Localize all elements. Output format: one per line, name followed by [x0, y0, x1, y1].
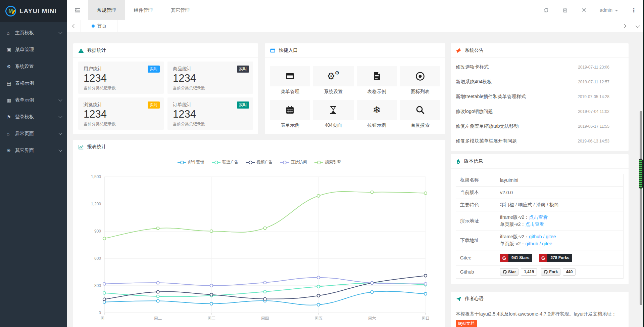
- gitee-stars-badge[interactable]: G 941 Stars: [500, 254, 532, 262]
- sidebar-item-3[interactable]: ▤ 表格示例: [0, 75, 67, 92]
- status-badge: 实时: [237, 101, 249, 109]
- svg-text:900: 900: [94, 229, 101, 234]
- scrollbar-thumb[interactable]: [639, 159, 643, 189]
- tab-scroll-right-icon[interactable]: [618, 20, 631, 32]
- announcement-row-4[interactable]: 修复左侧菜单缩放tab无法移动 2019-06-17 11:55: [456, 119, 624, 134]
- stat-box-goods[interactable]: 商品统计 1234 当前分类总记录数 实时: [167, 62, 253, 94]
- more-vertical-icon[interactable]: ⋮: [631, 7, 637, 14]
- announcement-row-3[interactable]: 修改logo缩放问题 2019-07-04 11:02: [456, 104, 624, 119]
- window-icon: [270, 48, 276, 53]
- version-row-value: 零门槛 / 响应式 / 清爽 / 极简: [495, 199, 623, 211]
- header-tab-2[interactable]: 其它管理: [162, 0, 199, 20]
- version-row-label: 当前版本: [456, 187, 495, 199]
- sidebar-toggle-icon[interactable]: [67, 0, 88, 20]
- fullscreen-icon[interactable]: [581, 7, 587, 13]
- author-card-title: 作者心语: [465, 296, 484, 302]
- stats-card-header: 数据统计: [73, 43, 258, 58]
- announcement-row-0[interactable]: 修改选项卡样式 2019-07-11 23:06: [456, 60, 624, 75]
- user-menu[interactable]: admin: [600, 7, 618, 13]
- sidebar-item-5[interactable]: ⚑ 登录模板: [0, 109, 67, 125]
- gitee-forks-badge[interactable]: G 278 Forks: [539, 254, 572, 262]
- shortcut-menu[interactable]: 菜单管理: [270, 66, 310, 95]
- download-github-link[interactable]: github: [525, 241, 538, 246]
- version-row-label: 演示地址: [456, 211, 495, 231]
- scrollbar-track[interactable]: [640, 111, 642, 305]
- shortcut-baidu[interactable]: 百度搜索: [400, 100, 440, 129]
- shortcut-icons[interactable]: 图标列表: [400, 66, 440, 95]
- paper-plane-icon: [456, 296, 461, 302]
- shortcut-form[interactable]: 表单示例: [270, 100, 310, 129]
- header-tab-0[interactable]: 常规管理: [88, 0, 125, 20]
- refresh-icon[interactable]: [543, 7, 549, 13]
- announcement-row-1[interactable]: 新增系统404模板 2019-07-11 12:57: [456, 75, 624, 89]
- stat-box-views[interactable]: 浏览统计 1234 当前分类总记录数 实时: [78, 97, 164, 130]
- shortcut-settings[interactable]: ⚙⚙ 系统设置: [313, 66, 353, 95]
- search-icon: [400, 100, 440, 120]
- main-content: 数据统计 用户统计 1234 当前分类总记录数 实时 商品统计 1234 当前分…: [67, 32, 644, 327]
- sidebar-item-4[interactable]: ▦ 表单示例: [0, 92, 67, 109]
- report-card: 报表统计 邮件营销 联盟广告 视频广告 直接访问: [73, 140, 445, 327]
- version-table: 框架名称 layuimini 当前版本 v2.0.0 主要特色 零门槛 / 响应…: [456, 174, 624, 279]
- svg-text:周四: 周四: [261, 316, 269, 321]
- gears-icon: ⚙⚙: [313, 66, 353, 86]
- version-row-label: Github: [456, 265, 495, 278]
- file-icon: ▤: [7, 81, 15, 86]
- report-chart: 03006009001,2001,500周一周二周三周四周五周六周日: [73, 154, 445, 327]
- sidebar-menu: ⌂ 主页模板▣ 菜单管理⚙ 系统设置▤ 表格示例▦ 表单示例⚑ 登录模板⌂ 异常…: [0, 22, 67, 159]
- tab-scroll-left-icon[interactable]: [67, 20, 81, 32]
- svg-text:1,200: 1,200: [91, 202, 101, 206]
- version-row-value: Star 1,419 Fork 440: [495, 265, 623, 278]
- version-card-title: 版本信息: [464, 158, 483, 164]
- bullhorn-icon: [456, 48, 461, 53]
- announcement-row-2[interactable]: 新增treetable插件和菜单管理样式 2019-07-05 14:28: [456, 89, 624, 104]
- hourglass-icon: [313, 100, 353, 120]
- stats-grid: 用户统计 1234 当前分类总记录数 实时 商品统计 1234 当前分类总记录数…: [73, 58, 258, 133]
- github-star-count[interactable]: 1,419: [521, 268, 537, 276]
- github-fork-button[interactable]: Fork: [541, 268, 560, 276]
- stat-box-users[interactable]: 用户统计 1234 当前分类总记录数 实时: [78, 62, 164, 94]
- demo-link-spa[interactable]: 点击查看: [525, 221, 544, 227]
- sidebar-item-6[interactable]: ⌂ 异常页面: [0, 125, 67, 142]
- shortcuts-grid: 菜单管理 ⚙⚙ 系统设置: [265, 58, 445, 129]
- trash-icon[interactable]: [562, 7, 568, 13]
- svg-text:周六: 周六: [368, 316, 376, 321]
- version-row-value: iframe版-v2：github / gitee 单页版-v2：github …: [495, 231, 623, 250]
- shortcut-button[interactable]: ❄ 按钮示例: [357, 100, 397, 129]
- demo-link-iframe[interactable]: 点击查看: [529, 214, 548, 220]
- sidebar-item-7[interactable]: ✳ 其它界面: [0, 142, 67, 159]
- download-gitee-link[interactable]: gitee: [542, 241, 552, 246]
- version-row-value: v2.0.0: [495, 187, 623, 199]
- shortcuts-card: 快捷入口 菜单管理 ⚙⚙ 系统设置: [265, 43, 445, 134]
- line-chart-icon: [78, 144, 84, 150]
- github-fork-count[interactable]: 440: [563, 268, 576, 276]
- svg-text:1,500: 1,500: [91, 174, 101, 179]
- chevron-down-icon: [58, 30, 62, 34]
- sidebar-item-1[interactable]: ▣ 菜单管理: [0, 41, 67, 58]
- download-github-link[interactable]: github: [529, 234, 542, 239]
- tab-home[interactable]: 首页: [81, 20, 117, 32]
- header-tab-1[interactable]: 组件管理: [125, 0, 162, 20]
- sidebar-item-0[interactable]: ⌂ 主页模板: [0, 25, 67, 41]
- chevron-down-icon: [58, 114, 62, 118]
- github-icon: [544, 270, 548, 274]
- announcements-card-title: 系统公告: [465, 47, 484, 53]
- svg-text:周日: 周日: [422, 316, 430, 321]
- stat-box-orders[interactable]: 订单统计 1234 当前分类总记录数 实时: [167, 97, 253, 130]
- version-row-label: 下载地址: [456, 231, 495, 250]
- announcement-row-5[interactable]: 修复多模块菜单栏展开有问题 2019-06-13 14:53: [456, 134, 624, 149]
- tab-menu-icon[interactable]: [631, 20, 644, 32]
- layui-doc-badge[interactable]: layui文档: [456, 320, 477, 327]
- version-card-header: 版本信息: [451, 154, 629, 169]
- shortcut-table[interactable]: 表格示例: [357, 66, 397, 95]
- chevron-down-icon: [58, 131, 62, 135]
- file-text-icon: [357, 66, 397, 86]
- author-card: 作者心语 本模板基于layui2.5.4以及font-awesome-4.7.0…: [451, 292, 629, 327]
- shortcut-404[interactable]: 404页面: [313, 100, 353, 129]
- github-star-button[interactable]: Star: [500, 268, 518, 276]
- download-gitee-link[interactable]: gitee: [546, 234, 556, 239]
- version-row-value: iframe版-v2：点击查看 单页版-v2：点击查看: [495, 211, 623, 231]
- sidebar-item-2[interactable]: ⚙ 系统设置: [0, 58, 67, 75]
- author-line1: 本模板基于layui2.5.4以及font-awesome-4.7.0进行实现。…: [456, 311, 616, 317]
- status-badge: 实时: [148, 101, 160, 109]
- header-actions: admin ⋮: [543, 7, 644, 14]
